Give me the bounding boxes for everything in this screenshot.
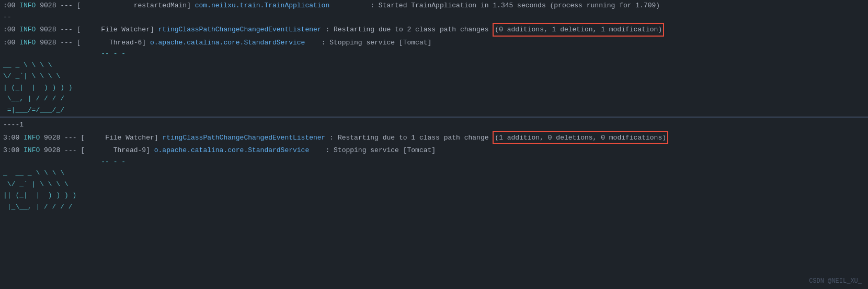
thread-3: File Watcher] [105,133,158,143]
dash-content: -- [3,12,12,22]
class-2: o.apache.catalina.core.StandardService [150,38,305,48]
pid-3: 9028 [44,133,60,143]
class-4: o.apache.catalina.core.StandardService [154,145,309,156]
pid-2: 9028 [40,38,56,48]
log-line-4: 3:00 INFO 9028 --- [ Thread-9] o.apache.… [0,145,868,156]
section-divider [0,117,868,118]
thread-1: File Watcher] [101,25,154,35]
highlight-box-2: (1 addition, 0 deletions, 0 modification… [493,131,668,145]
watermark: CSDN @NEIL_XU_ [809,278,862,285]
level-2: INFO [19,38,36,48]
colon-0: : [370,1,374,11]
log-line-3: 3:00 INFO 9028 --- [ File Watcher] rting… [0,131,868,145]
message-2: Stopping service [Tomcat] [329,38,431,48]
thread-bracket-2: [ [77,38,81,48]
dashes-2: --- [60,38,72,48]
ascii-1-1: -- - - [0,48,868,60]
message-0: Started TrainApplication in 1.345 second… [379,1,660,11]
ascii-2-1: -- - - [0,156,868,168]
ascii-1-2: __ _ \ \ \ \ [0,60,868,71]
ascii-1-5: \__, | / / / / [0,93,868,105]
thread-bracket-4: [ [81,145,85,156]
message-4: Stopping service [Tomcat] [334,145,436,156]
dash-line: -- [0,11,868,23]
ascii-1-6: =|___/=/___/_/ [0,105,868,116]
class-3: rtingClassPathChangeChangedEventListener [162,133,325,143]
pid-0: 9028 [40,1,56,11]
thread-bracket-1: [ [77,25,81,35]
colon-2: : [322,38,326,48]
log-line-1: :00 INFO 9028 --- [ File Watcher] rtingC… [0,22,868,37]
colon-4: : [325,145,329,156]
dashes-1: --- [60,25,72,35]
thread-2: Thread-6] [109,38,146,48]
time-1: :00 [3,25,15,35]
class-0: com.neilxu.train.TrainApplication [195,1,329,11]
class-1: rtingClassPathChangeChangedEventListener [158,25,322,35]
dashes-0: --- [60,1,72,11]
colon-3: : [329,133,334,143]
log-line-2: :00 INFO 9028 --- [ Thread-6] o.apache.c… [0,37,868,49]
time-2: :00 [3,38,15,48]
colon-1: : [325,25,329,35]
counter-line: ----1 [0,119,868,131]
level-4: INFO [24,145,40,156]
message-3: Restarting due to 1 class path change [338,133,489,143]
ascii-2-2: _ __ _ \ \ \ \ [0,167,868,179]
ascii-1-4: | (_| | ) ) ) ) [0,82,868,94]
ascii-2-5: |_\__, | / / / / [0,201,868,213]
thread-bracket-0: [ [77,1,81,11]
time-4: 3:00 [3,145,19,156]
thread-0: restartedMain] [134,1,191,11]
level-0: INFO [19,1,36,11]
terminal-window: :00 INFO 9028 --- [ restartedMain] com.n… [0,0,868,289]
pid-4: 9028 [44,145,60,156]
highlight-box-1: (0 additions, 1 deletion, 1 modification… [493,23,664,37]
log-line-top: :00 INFO 9028 --- [ restartedMain] com.n… [0,0,868,11]
ascii-1-3: \/ _`| \ \ \ \ [0,71,868,82]
pid-1: 9028 [40,25,56,35]
message-1: Restarting due to 2 class path changes [334,25,488,35]
time-0: :00 [3,1,15,11]
dashes-4: --- [64,145,76,156]
thread-4: Thread-9] [113,145,150,156]
dashes-3: --- [64,133,76,143]
thread-bracket-3: [ [81,133,85,143]
counter-text: ----1 [3,120,24,130]
ascii-2-4: || (_| | ) ) ) ) [0,190,868,201]
level-1: INFO [19,25,36,35]
ascii-2-3: \/ _` | \ \ \ \ [0,179,868,190]
level-3: INFO [24,133,40,143]
time-3: 3:00 [3,133,19,143]
